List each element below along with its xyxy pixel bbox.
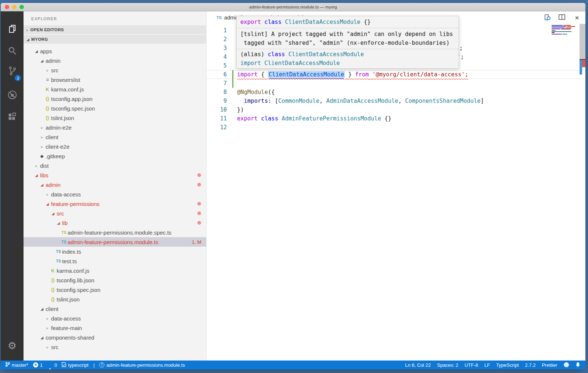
chevron-collapsed-icon: ▹ <box>46 316 48 321</box>
status-error-circle[interactable]: ✕1 <box>33 362 43 368</box>
extensions-icon <box>7 112 17 123</box>
tree-item-data-access[interactable]: ▹data-access <box>24 189 206 199</box>
section-myorg[interactable]: ◢ MYORG <box>24 35 206 44</box>
section-open-editors[interactable]: ▹ OPEN EDITORS <box>24 25 206 34</box>
tree-item-feature-permissions[interactable]: ◢feature-permissions <box>24 199 206 209</box>
status-typescript[interactable]: TypeScript <box>496 362 519 368</box>
status--[interactable]: | <box>93 362 94 368</box>
tree-item-data-access[interactable]: ▹data-access <box>24 314 206 323</box>
status-info-circle[interactable]: !admin-feature-permissions.module.ts <box>99 362 185 368</box>
ruler-error-mark <box>582 60 585 67</box>
file-tree: ◢apps ◢admin ▹src ≡browserslist Kkarma.c… <box>24 46 206 361</box>
tree-item-tsconfig.lib.json[interactable]: {}tsconfig.lib.json <box>24 275 206 285</box>
tree-item-tslint.json[interactable]: {}tslint.json <box>24 113 206 123</box>
code-area[interactable]: 1 2 3 4 5 6import { ClientDataAccessModu… <box>207 24 585 361</box>
overview-ruler[interactable] <box>580 24 585 361</box>
status-prettier[interactable]: Prettier <box>542 362 557 368</box>
activity-extensions[interactable] <box>1 109 24 126</box>
tree-item-admin[interactable]: ◢admin <box>24 56 206 65</box>
tree-item-lib[interactable]: ◢lib <box>24 218 206 228</box>
title-bar[interactable]: admin-feature-permissions.module.ts — my… <box>1 3 585 11</box>
chevron-collapsed-icon: ▹ <box>46 326 48 330</box>
open-preview-icon <box>544 14 551 22</box>
chevron-expanded-icon: ◢ <box>40 183 43 187</box>
tree-item-components-shared[interactable]: ◢components-shared <box>24 333 206 342</box>
tree-item-src[interactable]: ▹src <box>24 65 206 75</box>
status-bell[interactable] <box>576 362 580 368</box>
occluded-code-fragment: ; <box>459 44 463 52</box>
smiley-icon: ☻ <box>563 362 569 368</box>
scm-badge: 3 <box>15 75 21 81</box>
status-bar: master*✕1!0typescript|!admin-feature-per… <box>1 361 585 369</box>
chevron-expanded-icon: ◢ <box>40 336 43 340</box>
status-lf[interactable]: LF <box>484 362 490 368</box>
info-circle-icon: ! <box>99 362 104 367</box>
status-smiley[interactable]: ☻ <box>563 362 569 368</box>
json-file-icon: {} <box>49 287 57 292</box>
tree-item-client[interactable]: ▹client <box>24 132 206 142</box>
tree-item-admin-e2e[interactable]: ▹admin-e2e <box>24 123 206 132</box>
status-utf-8[interactable]: UTF-8 <box>465 362 478 368</box>
status-warning-triangle[interactable]: !0 <box>47 362 57 368</box>
tree-item-src[interactable]: ▹src <box>24 342 206 352</box>
scrollbar-slab <box>580 24 585 59</box>
status-ln-6-col-22[interactable]: Ln 6, Col 22 <box>405 362 431 368</box>
tree-item-tsconfig.spec.json[interactable]: {}tsconfig.spec.json <box>24 104 206 113</box>
tree-item-index.ts[interactable]: TSindex.ts <box>24 247 206 256</box>
chevron-collapsed-icon: ▹ <box>35 164 37 168</box>
close-editor-button[interactable]: ✕ <box>573 14 581 22</box>
code-line-12[interactable]: 12 <box>207 123 585 132</box>
code-line-8[interactable]: 8@NgModule({ <box>207 88 585 97</box>
tree-item-admin[interactable]: ◢admin <box>24 180 206 189</box>
ts-file-icon: TS <box>60 240 68 244</box>
code-line-11[interactable]: 11export class AdminFeaturePermissionsMo… <box>207 114 585 123</box>
tree-item-karma.conf.js[interactable]: Kkarma.conf.js <box>24 84 206 94</box>
status-git-branch[interactable]: master* <box>5 362 28 368</box>
tree-item-dist[interactable]: ▹dist <box>24 161 206 170</box>
chevron-collapsed-icon: ▹ <box>26 28 28 32</box>
lint-doc-icon <box>62 362 66 368</box>
tree-item-admin-feature-permissions.module.ts[interactable]: TSadmin-feature-permissions.module.ts 1,… <box>24 237 206 247</box>
chevron-collapsed-icon: ▹ <box>41 135 43 139</box>
problem-dot <box>197 183 201 186</box>
activity-debug-disabled[interactable] <box>1 87 24 104</box>
minimap[interactable] <box>552 25 577 35</box>
tree-item-tslint.json[interactable]: {}tslint.json <box>24 294 206 304</box>
open-preview-button[interactable] <box>543 14 551 22</box>
search-icon <box>7 46 18 58</box>
close-icon: ✕ <box>575 15 580 21</box>
tree-item-tsconfig.spec.json[interactable]: {}tsconfig.spec.json <box>24 285 206 294</box>
tree-item-tsconfig.app.json[interactable]: {}tsconfig.app.json <box>24 94 206 104</box>
code-line-9[interactable]: 9 imports: [CommonModule, AdminDataAcces… <box>207 97 585 105</box>
tree-item-libs[interactable]: ◢libs <box>24 170 206 180</box>
activity-bar: 3 ⚙ <box>1 11 24 361</box>
tree-item-admin-feature-permissions.module.spec.ts[interactable]: TSadmin-feature-permissions.module.spec.… <box>24 228 206 237</box>
chevron-collapsed-icon: ▹ <box>46 192 48 196</box>
activity-explorer[interactable] <box>1 21 24 37</box>
activity-search[interactable] <box>1 43 24 59</box>
chevron-expanded-icon: ◢ <box>40 307 43 311</box>
tree-item-karma.conf.js[interactable]: Kkarma.conf.js <box>24 266 206 275</box>
code-line-10[interactable]: 10}) <box>207 105 585 114</box>
status-spaces-2[interactable]: Spaces: 2 <box>437 362 458 368</box>
tree-item-client-e2e[interactable]: ▹client-e2e <box>24 142 206 151</box>
activity-settings[interactable]: ⚙ <box>1 337 24 354</box>
zoom-window-button[interactable] <box>19 5 24 9</box>
tree-item-browserslist[interactable]: ≡browserslist <box>24 75 206 84</box>
minimize-window-button[interactable] <box>12 5 17 9</box>
tree-item-feature-main[interactable]: ▹feature-main <box>24 323 206 333</box>
tree-item-test.ts[interactable]: TStest.ts <box>24 256 206 266</box>
code-line-6[interactable]: 6import { ClientDataAccessModule } from … <box>207 70 585 79</box>
tree-item-src[interactable]: ◢src <box>24 209 206 218</box>
tree-item-apps[interactable]: ◢apps <box>24 46 206 56</box>
chevron-collapsed-icon: ▹ <box>41 145 43 149</box>
status-2-7-2[interactable]: 2.7.2 <box>525 362 536 368</box>
tree-item-.gitkeep[interactable]: ◆.gitkeep <box>24 151 206 161</box>
split-editor-button[interactable] <box>558 14 566 22</box>
tree-item-client[interactable]: ◢client <box>24 304 206 314</box>
debug-disabled-icon <box>7 90 18 102</box>
code-line-7[interactable]: 7 <box>207 79 585 88</box>
activity-source-control[interactable]: 3 <box>1 64 24 80</box>
status-lint-doc[interactable]: typescript <box>62 362 89 368</box>
close-window-button[interactable] <box>5 5 9 9</box>
